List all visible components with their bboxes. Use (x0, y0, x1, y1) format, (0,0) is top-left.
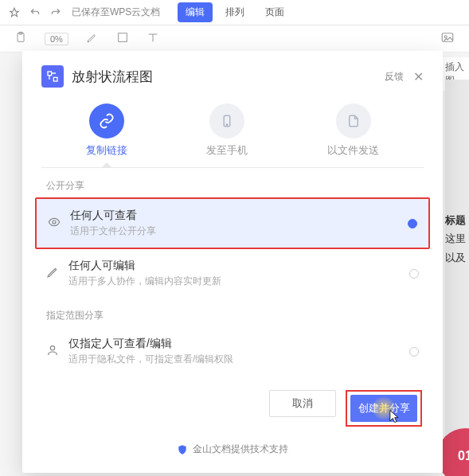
svg-point-7 (227, 124, 229, 126)
scope-options: 仅指定人可查看/编辑 适用于隐私文件，可指定查看/编辑权限 (22, 327, 443, 376)
radio-unselected (409, 347, 419, 357)
svg-point-8 (53, 220, 56, 224)
modal-title: 放射状流程图 (72, 68, 385, 86)
create-share-button[interactable]: 创建并分享 (350, 395, 417, 422)
eye-icon (48, 216, 65, 232)
footer-text: 金山文档提供技术支持 (193, 443, 288, 456)
highlight-box-option: 任何人可查看 适用于文件公开分享 (35, 197, 430, 249)
share-modal: 放射状流程图 反馈 ✕ 复制链接 发至手机 以文件发送 公开分享 任何人可查看 … (22, 51, 443, 473)
tab-edit[interactable]: 编辑 (178, 2, 213, 22)
tab-copy-link[interactable]: 复制链接 (86, 103, 127, 167)
file-icon (336, 103, 371, 139)
tab-arrange[interactable]: 排列 (217, 2, 252, 22)
feedback-link[interactable]: 反馈 (385, 70, 404, 84)
option-anyone-edit[interactable]: 任何人可编辑 适用于多人协作，编辑内容实时更新 (35, 249, 430, 298)
svg-point-9 (50, 345, 54, 349)
option-scoped-desc: 适用于隐私文件，可指定查看/编辑权限 (68, 353, 409, 366)
option-edit-title: 任何人可编辑 (68, 259, 409, 273)
tab-copy-link-label: 复制链接 (86, 143, 127, 158)
redo-icon[interactable] (48, 5, 64, 21)
svg-rect-5 (53, 77, 57, 81)
modal-footer: 金山文档提供技术支持 (22, 427, 443, 464)
svg-rect-4 (48, 72, 52, 76)
share-tabs: 复制链接 发至手机 以文件发送 (22, 97, 443, 167)
section-scope-label: 指定范围分享 (22, 298, 443, 327)
shape-icon[interactable] (116, 31, 129, 46)
person-icon (46, 344, 64, 360)
undo-icon[interactable] (27, 5, 43, 21)
modal-buttons: 取消 创建并分享 (22, 376, 443, 427)
create-share-label: 创建并分享 (358, 401, 410, 416)
saved-status: 已保存至WPS云文档 (72, 6, 160, 19)
image-icon[interactable] (440, 30, 455, 47)
svg-rect-1 (119, 33, 127, 42)
modal-header: 放射状流程图 反馈 ✕ (22, 51, 443, 97)
right-text: 标题 这里 以及 (445, 211, 466, 267)
clipboard-icon[interactable] (14, 31, 27, 46)
phone-icon (209, 103, 244, 139)
pen-icon[interactable] (86, 31, 99, 46)
cancel-button[interactable]: 取消 (269, 390, 336, 417)
option-scoped-title: 仅指定人可查看/编辑 (68, 337, 409, 351)
zoom-level[interactable]: 0% (45, 33, 68, 45)
svg-point-3 (444, 36, 447, 38)
text-icon[interactable] (147, 31, 159, 46)
highlight-box-create: 创建并分享 (346, 390, 422, 427)
secondary-toolbar: 0% (0, 25, 469, 53)
tab-send-phone[interactable]: 发至手机 (206, 103, 248, 167)
shield-icon (177, 444, 188, 455)
link-icon (89, 103, 124, 139)
tab-send-file-label: 以文件发送 (327, 143, 379, 158)
pencil-icon (46, 266, 64, 282)
main-toolbar: 已保存至WPS云文档 编辑 排列 页面 (0, 0, 469, 25)
close-icon[interactable]: ✕ (413, 69, 424, 84)
flowchart-icon (41, 65, 64, 88)
tab-page[interactable]: 页面 (257, 2, 292, 22)
radio-selected (408, 219, 417, 228)
radio-unselected (409, 269, 419, 279)
pin-icon[interactable] (6, 5, 22, 21)
option-view-desc: 适用于文件公开分享 (70, 224, 408, 238)
option-scoped[interactable]: 仅指定人可查看/编辑 适用于隐私文件，可指定查看/编辑权限 (35, 327, 430, 376)
public-options: 任何人可查看 适用于文件公开分享 任何人可编辑 适用于多人协作，编辑内容实时更新 (22, 197, 443, 298)
option-view-title: 任何人可查看 (70, 209, 408, 223)
right-panel (445, 80, 469, 476)
tab-send-file[interactable]: 以文件发送 (327, 103, 379, 167)
option-anyone-view[interactable]: 任何人可查看 适用于文件公开分享 (37, 199, 428, 248)
section-public-label: 公开分享 (22, 168, 443, 197)
tab-send-phone-label: 发至手机 (206, 143, 248, 158)
option-edit-desc: 适用于多人协作，编辑内容实时更新 (68, 275, 409, 288)
